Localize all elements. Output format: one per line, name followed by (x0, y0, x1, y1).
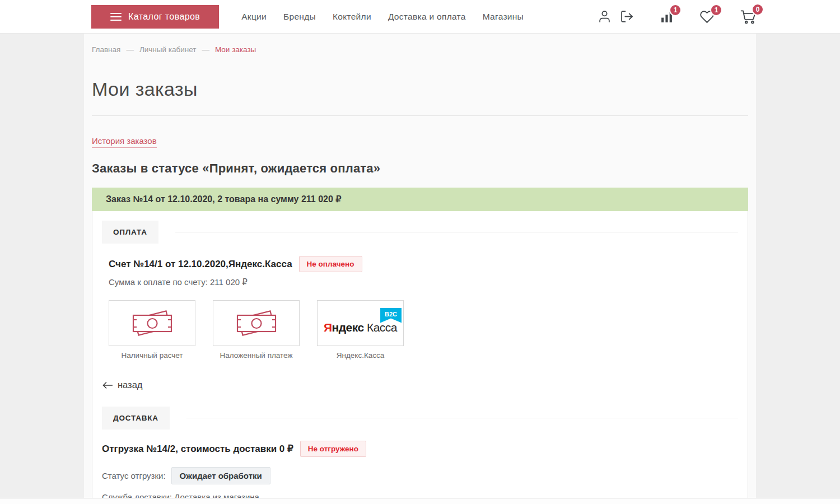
payment-method-label: Наложенный платеж (213, 351, 300, 360)
compare-count-badge: 1 (669, 4, 682, 16)
delivery-section-header: ДОСТАВКА (102, 407, 738, 430)
yandex-logo-ya: Я (324, 321, 332, 334)
invoice-title: Счет №14/1 от 12.10.2020,Яндекс.Касса (109, 259, 292, 270)
breadcrumb: Главная — Личный кабинет — Мои заказы (92, 34, 748, 54)
shipment-title: Отгрузка №14/2, стоимость доставки 0 ₽ (102, 443, 293, 455)
site-header: Каталог товаров Акции Бренды Коктейли До… (0, 0, 840, 34)
nav-item-brands[interactable]: Бренды (283, 12, 316, 22)
nav-item-cocktails[interactable]: Коктейли (333, 12, 371, 22)
back-link-label: назад (118, 380, 142, 390)
back-link[interactable]: назад (102, 380, 142, 390)
shipment-processing-badge: Ожидает обработки (171, 467, 270, 484)
order-card: Заказ №14 от 12.10.2020, 2 товара на сум… (92, 188, 748, 504)
breadcrumb-home[interactable]: Главная (92, 45, 120, 54)
yandex-kassa-logo: B2C Яндекс Касса (324, 314, 397, 333)
catalog-button-label: Каталог товаров (128, 12, 200, 22)
payment-method-box (109, 300, 195, 346)
shipment-row: Отгрузка №14/2, стоимость доставки 0 ₽ Н… (102, 441, 738, 457)
page-title: Мои заказы (92, 78, 748, 100)
section-divider-line (175, 232, 738, 232)
main-nav: Акции Бренды Коктейли Доставка и оплата … (241, 12, 524, 22)
nav-item-stores[interactable]: Магазины (483, 12, 524, 22)
payment-method-box (213, 300, 300, 346)
cash-icon (125, 307, 180, 339)
payment-methods: Наличный расчет Наложенный платеж (109, 300, 738, 360)
wishlist-icon[interactable]: 1 (699, 10, 715, 24)
payment-method-label: Яндекс.Касса (317, 351, 404, 360)
cart-count-badge: 0 (752, 3, 764, 16)
title-divider (92, 115, 748, 116)
nav-item-promotions[interactable]: Акции (241, 12, 267, 22)
shipment-status-row: Статус отгрузки: Ожидает обработки (102, 467, 738, 484)
cart-icon[interactable]: 0 (740, 9, 756, 24)
content-column: Главная — Личный кабинет — Мои заказы Мо… (84, 34, 756, 504)
order-summary-banner[interactable]: Заказ №14 от 12.10.2020, 2 товара на сум… (92, 188, 748, 211)
nav-item-delivery-payment[interactable]: Доставка и оплата (388, 12, 466, 22)
payment-method-label: Наличный расчет (109, 351, 195, 360)
section-divider-line (186, 418, 738, 418)
payment-method-yandex-kassa[interactable]: B2C Яндекс Касса Яндекс.Касса (317, 300, 404, 360)
payment-method-cash[interactable]: Наличный расчет (109, 300, 195, 360)
delivery-tab[interactable]: ДОСТАВКА (102, 407, 170, 430)
breadcrumb-separator: — (126, 45, 134, 54)
breadcrumb-account[interactable]: Личный кабинет (139, 45, 197, 54)
order-history-link[interactable]: История заказов (92, 136, 157, 148)
yandex-logo-ndeks: ндекс (332, 321, 364, 334)
footer-strip (0, 498, 840, 504)
breadcrumb-current: Мои заказы (215, 45, 256, 54)
cash-icon (229, 307, 284, 339)
wishlist-count-badge: 1 (710, 4, 722, 16)
invoice-row: Счет №14/1 от 12.10.2020,Яндекс.Касса Не… (109, 256, 738, 272)
status-heading: Заказы в статусе «Принят, ожидается опла… (92, 161, 748, 176)
invoice-amount: Сумма к оплате по счету: 211 020 ₽ (109, 277, 738, 287)
payment-status-badge: Не оплачено (299, 256, 362, 272)
payment-method-cod[interactable]: Наложенный платеж (213, 300, 300, 360)
payment-section-header: ОПЛАТА (102, 221, 738, 244)
user-icon[interactable] (598, 10, 612, 24)
logout-icon[interactable] (620, 10, 634, 24)
payment-tab[interactable]: ОПЛАТА (102, 221, 158, 244)
breadcrumb-separator: — (202, 45, 209, 54)
order-card-body: ОПЛАТА Счет №14/1 от 12.10.2020,Яндекс.К… (92, 211, 748, 504)
shipment-status-label: Статус отгрузки: (102, 471, 166, 480)
hamburger-icon (110, 13, 122, 21)
catalog-button[interactable]: Каталог товаров (91, 5, 219, 29)
header-icons: 1 1 0 (598, 9, 756, 24)
payment-method-box: B2C Яндекс Касса (317, 300, 404, 346)
shipment-status-badge: Не отгружено (300, 441, 366, 457)
arrow-left-icon (102, 381, 113, 390)
compare-icon[interactable]: 1 (660, 10, 674, 24)
